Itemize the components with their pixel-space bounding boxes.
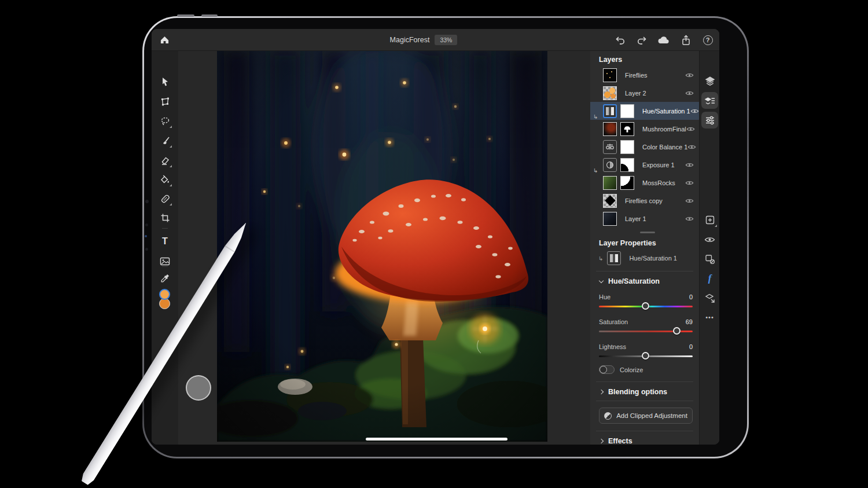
chevron-down-icon <box>599 278 604 282</box>
layer-visibility-eye[interactable] <box>685 72 694 79</box>
adjustment-layer-thumbnail <box>607 251 621 265</box>
brush-tool[interactable] <box>156 132 174 149</box>
merge-flatten-button[interactable] <box>701 289 718 306</box>
effects-header[interactable]: Effects <box>590 436 699 445</box>
saturation-slider[interactable] <box>599 331 693 332</box>
lasso-select-tool[interactable] <box>156 112 174 130</box>
layer-thumbnail <box>603 194 617 208</box>
layer-visibility-eye[interactable] <box>685 90 694 97</box>
toolbar-divider <box>162 228 168 229</box>
layer-visibility-eye[interactable] <box>685 215 694 222</box>
hue-slider[interactable] <box>599 306 693 307</box>
document-title: MagicForest <box>390 36 430 44</box>
layer-row-mushroomfinal[interactable]: MushroomFinal <box>590 120 699 138</box>
hue-slider-knob[interactable] <box>642 302 649 310</box>
place-image-tool[interactable] <box>156 252 174 270</box>
detailed-layers-view-button[interactable] <box>701 92 718 109</box>
eraser-tool[interactable] <box>156 152 174 169</box>
lightness-slider-labels: Lightness 0 <box>590 343 699 351</box>
layer-row-hue-saturation-1[interactable]: ↳ Hue/Saturation 1 <box>590 102 699 120</box>
selected-layer-row[interactable]: ↳ Hue/Saturation 1 <box>590 250 699 266</box>
add-clipped-adjustment-button[interactable]: Add Clipped Adjustment <box>599 408 693 424</box>
layer-row-fireflies[interactable]: Fireflies <box>590 66 699 84</box>
layer-mask-button[interactable] <box>701 251 718 267</box>
adjustment-icon <box>604 412 612 420</box>
lightness-slider-knob[interactable] <box>642 352 649 359</box>
mushroom-artwork <box>217 51 547 442</box>
saturation-slider-labels: Saturation 69 <box>590 318 699 326</box>
compact-layers-view-button[interactable] <box>701 72 718 89</box>
layer-mask-thumbnail <box>620 140 634 154</box>
toolbar-divider <box>162 266 168 267</box>
adjustment-layer-thumbnail <box>603 140 617 154</box>
healing-brush-tool[interactable] <box>156 190 174 207</box>
adjustment-layer-thumbnail <box>603 104 617 118</box>
chevron-right-icon <box>599 439 604 443</box>
colorize-toggle[interactable] <box>599 365 615 374</box>
layer-properties-tab-button[interactable] <box>701 112 718 129</box>
clipping-mask-icon: ↳ <box>593 167 598 174</box>
layer-visibility-eye[interactable] <box>685 197 694 204</box>
chevron-right-icon <box>599 390 604 394</box>
move-tool[interactable] <box>156 73 174 90</box>
front-camera <box>145 235 147 237</box>
home-indicator[interactable] <box>366 438 507 441</box>
saturation-slider-knob[interactable] <box>673 327 681 335</box>
overflow-menu-button[interactable]: ••• <box>701 309 718 325</box>
fill-tool[interactable] <box>156 171 174 188</box>
zoom-level-badge[interactable]: 33% <box>435 35 457 45</box>
hue-value: 0 <box>689 293 693 300</box>
layer-row-mossrocks[interactable]: MossRocks <box>590 174 699 192</box>
section-title: Hue/Saturation <box>608 277 660 285</box>
layer-visibility-eye[interactable] <box>687 144 696 151</box>
add-layer-button[interactable] <box>701 211 718 228</box>
layer-thumbnail <box>603 176 617 190</box>
layers-panel-title: Layers <box>599 56 622 64</box>
layer-row-fireflies-copy[interactable]: Fireflies copy <box>590 192 699 210</box>
lightness-slider[interactable] <box>599 355 693 357</box>
desk-background: MagicForest 33% ? <box>0 0 868 488</box>
layer-visibility-button[interactable] <box>701 231 718 248</box>
layer-mask-thumbnail <box>620 104 634 118</box>
colorize-label: Colorize <box>620 366 643 373</box>
layer-visibility-eye[interactable] <box>690 108 699 115</box>
layer-visibility-eye[interactable] <box>685 162 694 168</box>
layer-name: MossRocks <box>642 179 675 186</box>
layer-row-color-balance-1[interactable]: Color Balance 1 <box>590 138 699 156</box>
layer-row-layer1[interactable]: Layer 1 <box>590 210 699 228</box>
layer-thumbnail <box>603 212 617 226</box>
layer-name: Exposure 1 <box>642 162 675 168</box>
layer-name: Hue/Saturation 1 <box>642 108 690 115</box>
layer-visibility-eye[interactable] <box>686 126 695 133</box>
share-icon[interactable] <box>679 33 693 47</box>
blending-options-header[interactable]: Blending options <box>590 387 699 397</box>
canvas-document[interactable] <box>217 51 547 442</box>
fx-live-filters-button[interactable]: f <box>701 270 718 287</box>
bezel-sensor-dot <box>145 200 149 203</box>
panel-tab-strip: f ••• <box>699 51 719 445</box>
transform-tool[interactable] <box>156 93 174 110</box>
layer-row-exposure-1[interactable]: ↳ Exposure 1 <box>590 156 699 174</box>
undo-icon[interactable] <box>613 33 627 47</box>
layer-name: Layer 1 <box>625 215 646 222</box>
crop-tool[interactable] <box>156 209 174 226</box>
panel-resize-handle[interactable] <box>640 232 655 233</box>
type-tool[interactable]: T <box>156 233 174 250</box>
volume-button-down <box>201 14 218 17</box>
layer-mask-thumbnail <box>620 176 634 190</box>
help-icon[interactable]: ? <box>701 33 715 47</box>
layer-row-layer2[interactable]: Layer 2 <box>590 84 699 102</box>
cloud-sync-icon[interactable] <box>657 33 671 47</box>
foreground-color-swatch[interactable] <box>159 289 170 300</box>
layer-mask-thumbnail <box>620 122 634 136</box>
layer-name: MushroomFinal <box>642 126 686 133</box>
hue-saturation-section-header[interactable]: Hue/Saturation <box>590 277 699 286</box>
eyedropper-tool[interactable] <box>156 270 174 287</box>
panel-divider <box>596 431 693 431</box>
panel-divider <box>596 381 693 382</box>
home-button[interactable] <box>156 32 172 48</box>
layer-properties-title: Layer Properties <box>599 239 656 247</box>
selected-layer-name: Hue/Saturation 1 <box>629 255 677 262</box>
layer-visibility-eye[interactable] <box>685 179 694 186</box>
redo-icon[interactable] <box>635 33 649 47</box>
